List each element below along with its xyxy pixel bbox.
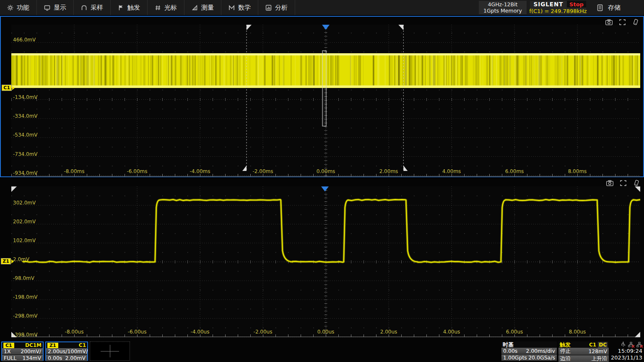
menu-item-label: 采样	[91, 4, 103, 12]
menu-item-display[interactable]: 显示	[37, 0, 74, 15]
trigger-descriptor[interactable]: 触发 C1 DC 停止128mV 边沿上升沿	[558, 341, 609, 361]
zoom-window-toolbar	[606, 180, 640, 186]
trigger-position-marker[interactable]	[322, 25, 330, 30]
menu-item-trigger[interactable]: 触发	[111, 0, 148, 15]
z1-delay: 0.00s	[48, 355, 62, 361]
zoom-waveform-window[interactable]: 302.0mV202.0mV102.0mV2.0mV-98.0mV-198.0m…	[0, 178, 644, 340]
z1-scale: 100mV/	[67, 348, 88, 354]
connectivity-icons: ✕ ✕	[621, 341, 642, 347]
trigger-position-marker[interactable]	[321, 186, 329, 191]
ruler-icon	[192, 5, 198, 11]
math-icon	[229, 5, 235, 11]
menu-item-label: 分析	[275, 4, 288, 12]
hash-icon	[155, 5, 161, 11]
timebase-rate: 20.0GSa/s	[528, 354, 555, 361]
z1-timebase: 2.00us/	[48, 348, 67, 354]
z1-badge: Z1	[47, 343, 58, 348]
lan-icon-disconnected: ✕	[636, 342, 642, 347]
menu-item-math[interactable]: 数学	[221, 0, 258, 15]
brand-logo: SIGLENT	[530, 1, 567, 8]
trigger-slope: 上升沿	[592, 355, 608, 362]
trigger-title: 触发	[560, 341, 571, 349]
timebase-delay: 0.00s	[503, 348, 517, 354]
zoom-z1-offset-marker[interactable]: Z1	[1, 258, 11, 264]
trigger-state: 停止	[560, 348, 571, 355]
menu-item-label: 显示	[54, 4, 66, 12]
c1-coupling: DC1M	[25, 342, 42, 348]
zoom-window-box	[322, 51, 326, 126]
trigger-coupling: DC	[598, 342, 608, 348]
system-time: 15:09:24	[618, 348, 642, 354]
clock-box: ✕ ✕ 15:09:24 2023/11/13	[610, 341, 643, 361]
sample-icon	[81, 5, 87, 11]
timebase-title: 时基	[503, 341, 514, 349]
storage-button[interactable]: 存储	[593, 0, 625, 15]
menu-item-analysis[interactable]: 分析	[258, 0, 295, 15]
camera-icon[interactable]	[606, 180, 613, 186]
c1-probe: 1X	[4, 348, 11, 354]
status-bar: C1 DC1M 1X200mV/ FULL134mV Z1 C1 2.00us/…	[0, 340, 644, 362]
channel-c1-descriptor[interactable]: C1 DC1M 1X200mV/ FULL134mV	[1, 341, 44, 361]
menu-item-label: 测量	[201, 4, 214, 12]
main-window-toolbar	[605, 19, 639, 25]
zoom-z1-descriptor[interactable]: Z1 C1 2.00us/100mV/ 0.00s2.00mV	[45, 341, 88, 361]
lan-icon-disconnected: ✕	[628, 342, 634, 347]
timebase-points: 1.00Gpts	[503, 354, 527, 361]
timebase-descriptor[interactable]: 时基 0.00s2.00ms/div 1.00Gpts20.0GSa/s	[501, 341, 557, 361]
z1-trace-glow	[23, 199, 640, 262]
menu-bar-right: 4GHz-12Bit 1Gpts Memory SIGLENT Stop f(C…	[476, 0, 644, 15]
scope-spec-box: 4GHz-12Bit 1Gpts Memory	[479, 1, 527, 14]
menu-item-measure[interactable]: 测量	[184, 0, 221, 15]
flag-icon	[118, 5, 124, 11]
z1-source: C1	[79, 342, 86, 348]
trigger-source: C1	[589, 342, 596, 348]
menu-item-label: 功能	[17, 4, 29, 12]
run-state-indicator[interactable]: Stop	[567, 1, 586, 8]
menu-item-label: 光标	[164, 4, 177, 12]
oscilloscope-screen: 功能显示采样触发光标测量数学分析 4GHz-12Bit 1Gpts Memory…	[0, 0, 644, 362]
main-graticule: 466.0mV-134.0mV-334.0mV-534.0mV-734.0mV-…	[11, 25, 640, 177]
z1-trace	[23, 199, 640, 262]
chart-icon	[265, 5, 272, 11]
menu-item-function[interactable]: 功能	[0, 0, 37, 15]
frequency-counter-readout: f(C1) = 249.7898kHz	[530, 8, 586, 14]
trigger-level: 128mV	[588, 348, 607, 354]
storage-label: 存储	[608, 4, 621, 12]
z1-offset: 2.00mV	[65, 355, 86, 361]
menu-item-acquire[interactable]: 采样	[74, 0, 111, 15]
zoom-graticule: 302.0mV202.0mV102.0mV2.0mV-98.0mV-198.0m…	[11, 186, 640, 337]
c1-offset: 134mV	[22, 355, 41, 361]
rotate-window-icon[interactable]	[632, 19, 639, 25]
clipboard-icon	[597, 4, 603, 11]
channel-c1-offset-marker[interactable]: C1	[2, 85, 12, 91]
add-channel-icon	[101, 345, 119, 357]
spec-bandwidth: 4GHz-12Bit	[488, 1, 518, 8]
menu-item-label: 数学	[238, 4, 251, 12]
monitor-icon	[44, 5, 50, 11]
fullscreen-icon[interactable]	[619, 19, 626, 25]
add-channel-box[interactable]	[90, 341, 130, 361]
rotate-window-icon[interactable]	[633, 180, 640, 186]
menu-item-label: 触发	[127, 4, 140, 12]
brand-cluster: SIGLENT Stop f(C1) = 249.7898kHz	[530, 1, 586, 14]
c1-badge: C1	[3, 343, 14, 348]
gear-icon	[7, 5, 13, 11]
fullscreen-icon[interactable]	[620, 180, 626, 186]
trigger-type: 边沿	[560, 355, 571, 362]
menu-item-cursors[interactable]: 光标	[148, 0, 184, 15]
main-waveform-window[interactable]: 466.0mV-134.0mV-334.0mV-534.0mV-734.0mV-…	[0, 16, 644, 177]
timebase-scale: 2.00ms/div	[526, 348, 555, 354]
c1-bandwidth: FULL	[4, 355, 16, 361]
c1-scale: 200mV/	[21, 348, 41, 354]
usb-icon	[621, 341, 626, 347]
system-date: 2023/11/13	[611, 354, 642, 361]
spec-memory: 1Gpts Memory	[483, 8, 522, 14]
camera-icon[interactable]	[605, 19, 613, 25]
